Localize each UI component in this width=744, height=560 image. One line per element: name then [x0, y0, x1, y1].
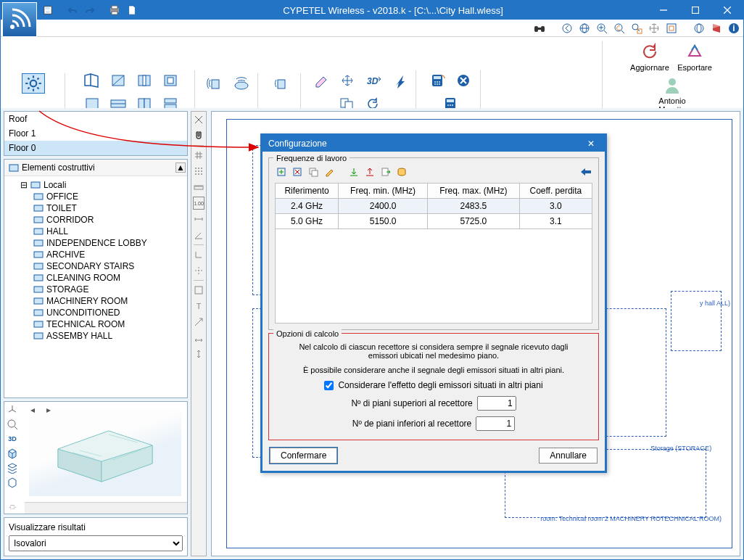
tree-item[interactable]: TECHNICAL ROOM [7, 318, 184, 330]
pv-axis-icon[interactable] [6, 403, 19, 416]
import-icon[interactable] [347, 165, 360, 178]
help-globe-icon[interactable] [693, 22, 706, 35]
tree-item[interactable]: CLEANING ROOM [7, 272, 184, 284]
fullscreen-icon[interactable] [665, 22, 678, 35]
ts-text-icon[interactable]: T [192, 300, 205, 313]
tree-body[interactable]: ⊟Locali OFFICETOILETCORRIDORHALLINDEPEND… [4, 176, 187, 352]
floors-above-input[interactable] [477, 396, 516, 411]
cancel-button[interactable]: Annullare [539, 448, 598, 464]
tree-locali[interactable]: ⊟Locali [7, 179, 184, 191]
ts-dim-icon[interactable] [192, 213, 205, 226]
save-db-icon[interactable] [395, 165, 408, 178]
tree-item[interactable]: UNCONDITIONED [7, 307, 184, 318]
pv-cube-icon[interactable] [6, 447, 19, 460]
zoom-box-icon[interactable] [630, 22, 643, 35]
export-up-icon[interactable] [363, 165, 376, 178]
print-icon[interactable] [108, 4, 121, 17]
calc-btn-2[interactable] [452, 70, 475, 91]
ricett-btn[interactable] [270, 73, 293, 94]
tree-item[interactable]: MACHINERY ROOM [7, 295, 184, 307]
minimize-button[interactable] [648, 1, 679, 20]
ts-ruler-icon[interactable] [192, 181, 205, 194]
zoom-in-icon[interactable] [595, 22, 608, 35]
dialog-close-icon[interactable]: ✕ [583, 139, 599, 149]
tree-item[interactable]: INDEPENDENCE LOBBY [7, 237, 184, 249]
ts-magnet-icon[interactable] [192, 129, 205, 142]
doc-icon[interactable] [125, 4, 139, 17]
ts-track-icon[interactable] [192, 264, 205, 277]
aggiornare-button[interactable]: Aggiornare [629, 41, 671, 72]
mod-3d-btn[interactable]: 3D [362, 70, 385, 91]
ts-updown-icon[interactable] [192, 347, 205, 361]
floor-1[interactable]: Floor 1 [4, 126, 187, 141]
options-fieldset: Opzioni di calcolo Nel calcolo di ciascu… [268, 333, 599, 440]
ts-100-icon[interactable]: 1.00 [193, 197, 204, 210]
floor-roof[interactable]: Roof [4, 112, 187, 126]
ts-arrow-icon[interactable] [192, 316, 205, 329]
close-button[interactable] [711, 1, 743, 20]
esportare-button[interactable]: Esportare [674, 41, 716, 72]
scroll-up-icon[interactable]: ▲ [175, 162, 186, 173]
pv-zoom-icon[interactable] [6, 418, 19, 431]
elem-btn-1[interactable] [81, 70, 104, 91]
dialog-titlebar[interactable]: Configurazione ✕ [263, 136, 605, 152]
elem-btn-3[interactable] [133, 70, 157, 91]
save-icon[interactable] [41, 4, 54, 17]
ts-ortho-icon[interactable] [192, 248, 205, 261]
table-row[interactable]: 2.4 GHz2400.02483.53.0 [276, 199, 592, 214]
docs-icon[interactable] [710, 22, 723, 35]
edit-icon[interactable] [323, 165, 336, 178]
tree-item[interactable]: HALL [7, 226, 184, 237]
globe-prev-icon[interactable] [561, 22, 574, 35]
maximize-button[interactable] [679, 1, 711, 20]
app-logo[interactable] [2, 2, 37, 37]
ts-dots-icon[interactable] [192, 165, 205, 178]
config-button[interactable] [22, 73, 45, 94]
ts-angle-icon[interactable] [192, 228, 205, 242]
tree-item[interactable]: ASSEMBY HALL [7, 330, 184, 342]
ts-grid-icon[interactable] [192, 149, 205, 162]
ts-cross-icon[interactable] [192, 113, 205, 126]
emett-btn-1[interactable] [204, 73, 227, 94]
tree-item[interactable]: ARCHIVE [7, 249, 184, 260]
delete-icon[interactable] [291, 165, 304, 178]
tree-item[interactable]: CORRIDOR [7, 214, 184, 226]
pv-right-icon[interactable]: ▸ [42, 403, 55, 416]
redo-icon[interactable] [83, 4, 96, 17]
table-row[interactable]: 5.0 GHz5150.05725.03.1 [276, 214, 592, 229]
back-icon[interactable] [579, 165, 592, 178]
emett-btn-2[interactable] [230, 73, 253, 94]
preview-scrollbar[interactable] [25, 502, 187, 514]
mod-flash-btn[interactable] [388, 70, 411, 91]
info-icon[interactable]: i [727, 22, 740, 35]
ts-layer-icon[interactable] [192, 284, 205, 297]
mod-move-btn[interactable] [336, 70, 359, 91]
floor-0[interactable]: Floor 0 [4, 141, 187, 155]
tree-item[interactable]: SECONDARY STAIRS [7, 260, 184, 272]
undo-icon[interactable] [66, 4, 79, 17]
pan-icon[interactable] [648, 22, 661, 35]
confirm-button[interactable]: Confermare [270, 448, 337, 464]
elem-btn-2[interactable] [107, 70, 131, 91]
copy-icon[interactable] [307, 165, 320, 178]
pv-left-icon[interactable]: ◂ [26, 403, 39, 416]
mod-erase-btn[interactable] [310, 70, 333, 91]
tree-item[interactable]: OFFICE [7, 191, 184, 202]
pv-layer-icon[interactable] [6, 461, 19, 474]
pv-wire-icon[interactable] [6, 476, 19, 489]
tree-item[interactable]: STORAGE [7, 284, 184, 295]
globe-icon[interactable] [578, 22, 591, 35]
add-icon[interactable] [275, 165, 288, 178]
zoom-refresh-icon[interactable] [613, 22, 626, 35]
calc-btn-1[interactable] [426, 70, 449, 91]
pv-3d-icon[interactable]: 3D [6, 432, 19, 445]
ts-dimline-icon[interactable] [192, 332, 205, 345]
results-select[interactable]: Isovalori [9, 535, 183, 551]
tree-item[interactable]: TOILET [7, 202, 184, 214]
consider-checkbox[interactable] [324, 381, 334, 390]
elem-btn-4[interactable] [160, 70, 183, 91]
preview-canvas[interactable] [29, 409, 181, 496]
floors-below-input[interactable] [476, 416, 515, 431]
export-icon[interactable] [379, 165, 392, 178]
binoculars-icon[interactable] [533, 22, 546, 35]
